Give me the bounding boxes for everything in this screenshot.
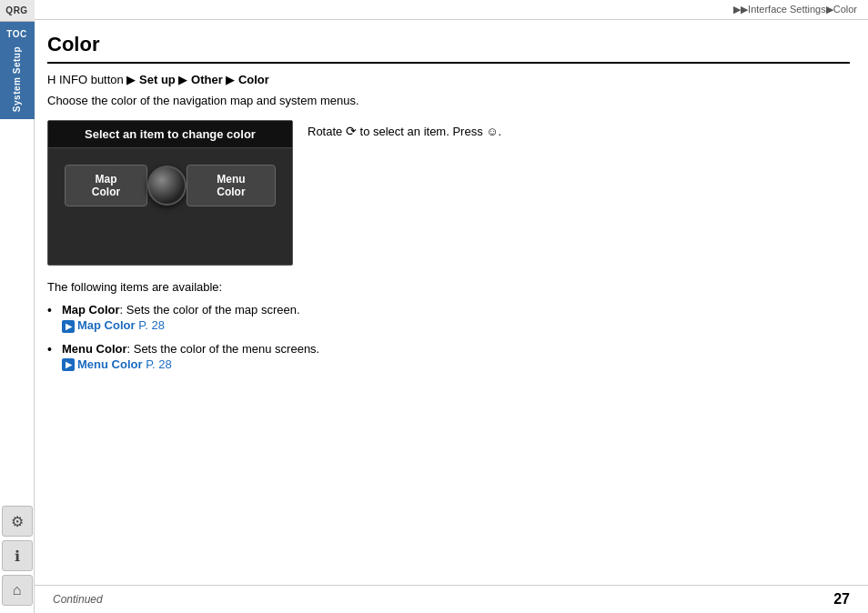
sidebar-qrg[interactable]: QRG bbox=[0, 0, 35, 22]
map-color-link[interactable]: Map Color bbox=[77, 318, 136, 332]
menu-color-page: P. 28 bbox=[146, 357, 172, 371]
toc-label: TOC bbox=[6, 29, 26, 39]
sidebar: QRG TOC System Setup ⚙ ℹ ⌂ bbox=[0, 0, 35, 613]
sidebar-toc[interactable]: TOC System Setup bbox=[0, 22, 35, 119]
list-item: Menu Color: Sets the color of the menu s… bbox=[47, 342, 850, 372]
knob-icon bbox=[147, 166, 187, 206]
description: Choose the color of the navigation map a… bbox=[47, 94, 850, 107]
items-list: Map Color: Sets the color of the map scr… bbox=[47, 303, 850, 371]
link-icon-map: ▶ bbox=[62, 320, 75, 333]
items-intro: The following items are available: bbox=[47, 280, 850, 294]
link-icon-menu: ▶ bbox=[62, 358, 75, 371]
main-content: ▶▶Interface Settings▶Color Color H INFO … bbox=[35, 0, 868, 613]
map-color-button[interactable]: Map Color bbox=[65, 165, 147, 206]
nav-arrow1: ▶ bbox=[176, 73, 191, 86]
sidebar-bottom-icons: ⚙ ℹ ⌂ bbox=[2, 119, 33, 613]
page-title: Color bbox=[47, 33, 850, 64]
settings-icon-btn[interactable]: ⚙ bbox=[2, 506, 33, 537]
item-desc-map-color: : Sets the color of the map screen. bbox=[120, 303, 300, 317]
breadcrumb: ▶▶Interface Settings▶Color bbox=[35, 0, 868, 20]
nav-prefix: H INFO button ▶ bbox=[47, 73, 139, 86]
info-icon-btn[interactable]: ℹ bbox=[2, 540, 33, 571]
screen-note: Rotate ⟳ to select an item. Press ☺. bbox=[308, 120, 850, 138]
footer-continued: Continued bbox=[53, 593, 103, 606]
list-item: Map Color: Sets the color of the map scr… bbox=[47, 303, 850, 333]
screen-area: Select an item to change color Map Color… bbox=[47, 120, 850, 266]
footer: Continued 27 bbox=[35, 585, 868, 613]
content-area: Color H INFO button ▶ Set up ▶ Other ▶ C… bbox=[35, 20, 868, 585]
rotate-icon: ⟳ bbox=[346, 124, 357, 138]
nav-step3: Color bbox=[238, 73, 269, 86]
nav-step2: Other bbox=[191, 73, 223, 86]
menu-color-button[interactable]: Menu Color bbox=[187, 165, 276, 206]
menu-color-link[interactable]: Menu Color bbox=[77, 357, 143, 371]
item-name-menu-color: Menu Color bbox=[62, 342, 127, 356]
map-color-link-line: ▶Map Color P. 28 bbox=[62, 318, 850, 333]
screen-image: Select an item to change color Map Color… bbox=[47, 120, 293, 266]
nav-step1: Set up bbox=[139, 73, 176, 86]
item-name-map-color: Map Color bbox=[62, 303, 120, 317]
map-color-page: P. 28 bbox=[138, 318, 165, 332]
menu-color-link-line: ▶Menu Color P. 28 bbox=[62, 357, 850, 372]
system-setup-label: System Setup bbox=[12, 46, 22, 112]
screen-header: Select an item to change color bbox=[48, 121, 292, 148]
home-icon-btn[interactable]: ⌂ bbox=[2, 575, 33, 606]
page-number: 27 bbox=[833, 591, 850, 608]
nav-arrow2: ▶ bbox=[223, 73, 238, 86]
screen-buttons: Map Color Menu Color bbox=[48, 152, 292, 219]
item-desc-menu-color: : Sets the color of the menu screens. bbox=[127, 342, 320, 356]
nav-path: H INFO button ▶ Set up ▶ Other ▶ Color bbox=[47, 73, 850, 86]
